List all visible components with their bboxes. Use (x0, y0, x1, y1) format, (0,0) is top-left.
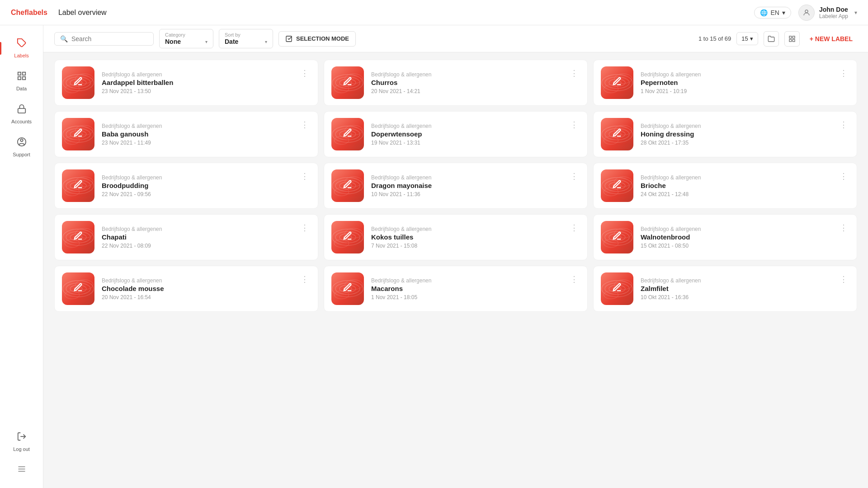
label-card[interactable]: Bedrijfslogo & allergenen Kokos tuilles … (324, 214, 588, 260)
category-dropdown[interactable]: Category None ▾ (159, 29, 213, 48)
label-menu-button[interactable]: ⋮ (299, 118, 311, 131)
edit-icon (343, 282, 353, 295)
label-menu-button[interactable]: ⋮ (838, 169, 849, 183)
user-info[interactable]: John Doe Labeler App ▾ (798, 5, 857, 21)
sidebar-item-accounts[interactable]: Accounts (4, 99, 40, 130)
label-card[interactable]: Bedrijfslogo & allergenen Doperwtensoep … (324, 111, 588, 157)
svg-rect-15 (793, 36, 795, 38)
selection-mode-button[interactable]: SELECTION MODE (278, 31, 356, 47)
label-card[interactable]: Bedrijfslogo & allergenen Pepernoten 1 N… (593, 60, 857, 106)
label-category: Bedrijfslogo & allergenen (102, 174, 292, 181)
page-size-dropdown[interactable]: 15 ▾ (736, 32, 758, 45)
label-card[interactable]: Bedrijfslogo & allergenen Baba ganoush 2… (54, 111, 318, 157)
label-info: Bedrijfslogo & allergenen Doperwtensoep … (371, 123, 561, 146)
sidebar-item-data-label: Data (16, 86, 27, 91)
label-card[interactable]: Bedrijfslogo & allergenen Walnotenbrood … (593, 214, 857, 260)
folder-icon (768, 35, 775, 42)
label-info: Bedrijfslogo & allergenen Churros 20 Nov… (371, 71, 561, 94)
label-info: Bedrijfslogo & allergenen Honing dressin… (641, 123, 830, 146)
label-card[interactable]: Bedrijfslogo & allergenen Chapati 22 Nov… (54, 214, 318, 260)
label-info: Bedrijfslogo & allergenen Chocolade mous… (102, 277, 292, 300)
topbar: Cheflabels Label overview 🌐 EN ▾ John Do… (0, 0, 868, 25)
label-thumbnail (331, 221, 364, 253)
label-menu-button[interactable]: ⋮ (299, 272, 311, 286)
label-name: Honing dressing (641, 130, 830, 138)
search-box[interactable]: 🔍 (54, 32, 154, 46)
label-menu-button[interactable]: ⋮ (299, 169, 311, 183)
label-info: Bedrijfslogo & allergenen Dragon mayonai… (371, 174, 561, 197)
label-date: 15 Okt 2021 - 08:50 (641, 243, 830, 249)
globe-icon: 🌐 (760, 9, 768, 16)
sidebar-item-support[interactable]: Support (4, 131, 40, 163)
edit-icon (73, 282, 83, 295)
label-card[interactable]: Bedrijfslogo & allergenen Broodpudding 2… (54, 163, 318, 209)
label-menu-button[interactable]: ⋮ (568, 221, 580, 235)
edit-icon (612, 179, 622, 192)
label-category: Bedrijfslogo & allergenen (641, 174, 830, 181)
label-category: Bedrijfslogo & allergenen (641, 71, 830, 78)
edit-icon (343, 128, 353, 141)
sidebar-item-logout[interactable]: Log out (4, 426, 40, 457)
label-name: Chocolade mousse (102, 285, 292, 292)
label-card[interactable]: Bedrijfslogo & allergenen Macarons 1 Nov… (324, 266, 588, 312)
label-category: Bedrijfslogo & allergenen (641, 226, 830, 232)
edit-icon (612, 282, 622, 295)
user-name: John Doe (819, 6, 848, 13)
label-card[interactable]: Bedrijfslogo & allergenen Chocolade mous… (54, 266, 318, 312)
svg-rect-13 (286, 36, 292, 42)
sidebar-item-data[interactable]: Data (4, 66, 40, 97)
category-value: None (165, 38, 181, 45)
search-icon: 🔍 (60, 35, 68, 42)
label-menu-button[interactable]: ⋮ (299, 66, 311, 80)
label-category: Bedrijfslogo & allergenen (102, 71, 292, 78)
folder-icon-button[interactable] (764, 31, 779, 47)
sort-dropdown[interactable]: Sort by Date ▾ (219, 29, 273, 48)
label-menu-button[interactable]: ⋮ (838, 66, 849, 80)
label-thumbnail (331, 272, 364, 305)
label-thumbnail (62, 169, 94, 202)
label-name: Dragon mayonaise (371, 182, 561, 189)
edit-icon (343, 179, 353, 192)
label-card[interactable]: Bedrijfslogo & allergenen Dragon mayonai… (324, 163, 588, 209)
label-date: 23 Nov 2021 - 11:49 (102, 140, 292, 146)
edit-icon (73, 76, 83, 89)
label-menu-button[interactable]: ⋮ (838, 272, 849, 286)
search-input[interactable] (71, 35, 148, 42)
label-thumbnail (331, 118, 364, 150)
label-menu-button[interactable]: ⋮ (568, 169, 580, 183)
label-name: Walnotenbrood (641, 233, 830, 241)
selection-mode-label: SELECTION MODE (296, 35, 349, 42)
label-menu-button[interactable]: ⋮ (568, 66, 580, 80)
label-date: 22 Nov 2021 - 09:56 (102, 191, 292, 197)
lang-label: EN (770, 9, 779, 16)
chevron-down-icon: ▾ (265, 39, 267, 44)
label-info: Bedrijfslogo & allergenen Walnotenbrood … (641, 226, 830, 249)
edit-icon (612, 128, 622, 141)
label-card[interactable]: Bedrijfslogo & allergenen Churros 20 Nov… (324, 60, 588, 106)
sidebar-item-accounts-label: Accounts (11, 119, 32, 124)
grid-icon (788, 35, 796, 42)
label-thumbnail (601, 221, 633, 253)
label-name: Baba ganoush (102, 130, 292, 138)
label-menu-button[interactable]: ⋮ (568, 118, 580, 131)
label-icon (17, 38, 27, 50)
new-label-button[interactable]: + NEW LABEL (805, 33, 857, 45)
label-thumbnail (62, 66, 94, 99)
grid-view-button[interactable] (784, 31, 800, 47)
label-card[interactable]: Bedrijfslogo & allergenen Honing dressin… (593, 111, 857, 157)
label-card[interactable]: Bedrijfslogo & allergenen Zalmfilet 10 O… (593, 266, 857, 312)
label-grid: Bedrijfslogo & allergenen Aardappel bitt… (54, 60, 857, 312)
svg-rect-14 (789, 36, 792, 38)
label-menu-button[interactable]: ⋮ (568, 272, 580, 286)
label-card[interactable]: Bedrijfslogo & allergenen Aardappel bitt… (54, 60, 318, 106)
label-card[interactable]: Bedrijfslogo & allergenen Brioche 24 Okt… (593, 163, 857, 209)
toolbar: 🔍 Category None ▾ Sort by Date ▾ SEL (43, 25, 868, 52)
label-menu-button[interactable]: ⋮ (299, 221, 311, 235)
label-category: Bedrijfslogo & allergenen (371, 71, 561, 78)
lang-selector[interactable]: 🌐 EN ▾ (754, 7, 791, 19)
sidebar-item-labels[interactable]: Labels (4, 33, 40, 64)
chevron-down-icon: ▾ (750, 35, 753, 42)
menu-toggle[interactable] (12, 459, 32, 481)
label-menu-button[interactable]: ⋮ (838, 118, 849, 131)
label-menu-button[interactable]: ⋮ (838, 221, 849, 235)
